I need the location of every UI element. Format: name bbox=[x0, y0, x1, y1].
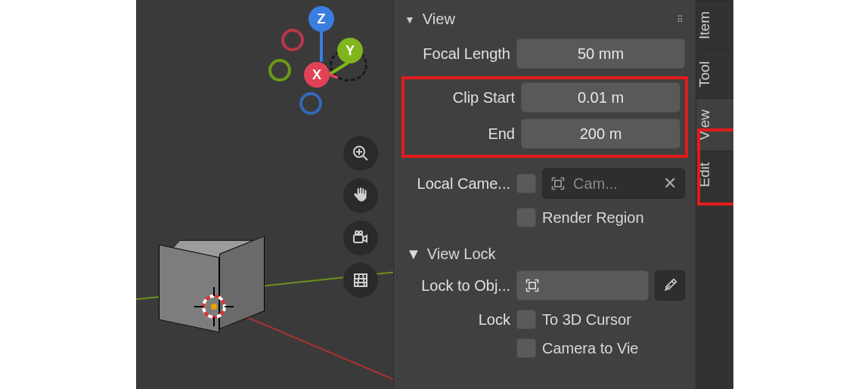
z-axis-button[interactable]: Z bbox=[308, 6, 334, 32]
focal-length-field[interactable]: 50 mm bbox=[516, 39, 685, 69]
neg-y-axis-icon[interactable] bbox=[268, 59, 291, 82]
zoom-button[interactable] bbox=[343, 136, 378, 171]
3d-cursor bbox=[193, 286, 235, 328]
lock-label: Lock bbox=[405, 311, 510, 329]
blender-window: Z Y X bbox=[136, 0, 733, 389]
object-icon bbox=[550, 176, 566, 191]
svg-rect-20 bbox=[529, 282, 535, 289]
x-axis-button[interactable]: X bbox=[304, 62, 330, 88]
clip-start-label: Clip Start bbox=[409, 89, 515, 107]
svg-point-12 bbox=[355, 231, 358, 234]
svg-line-18 bbox=[363, 274, 364, 286]
tab-edit[interactable]: Edit bbox=[696, 151, 733, 198]
eyedropper-icon bbox=[662, 278, 677, 293]
focal-length-label: Focal Length bbox=[405, 45, 510, 63]
n-panel: ▼ View ⠿ Focal Length 50 mm Clip Start 0… bbox=[393, 0, 696, 389]
clip-end-field[interactable]: 200 m bbox=[521, 119, 680, 149]
tab-tool[interactable]: Tool bbox=[696, 50, 733, 98]
local-camera-object-field[interactable]: Cam... ✕ bbox=[542, 168, 685, 199]
3d-viewport[interactable]: Z Y X bbox=[136, 0, 393, 389]
view-lock-subheader[interactable]: ▼ View Lock bbox=[401, 236, 688, 270]
clip-start-field[interactable]: 0.01 m bbox=[521, 82, 680, 113]
clear-icon[interactable]: ✕ bbox=[663, 174, 677, 193]
svg-line-17 bbox=[358, 274, 359, 286]
clip-highlight: Clip Start 0.01 m End 200 m bbox=[401, 76, 688, 158]
local-camera-label: Local Came... bbox=[405, 175, 510, 193]
camera-to-view-checkbox[interactable] bbox=[516, 338, 536, 358]
lock-to-object-label: Lock to Obj... bbox=[405, 277, 510, 295]
collapse-chevron-icon: ▼ bbox=[405, 14, 415, 26]
svg-point-2 bbox=[211, 304, 217, 310]
tab-view[interactable]: View bbox=[696, 98, 733, 151]
camera-view-button[interactable] bbox=[343, 221, 378, 255]
neg-x-axis-icon[interactable] bbox=[281, 29, 304, 51]
pan-button[interactable] bbox=[343, 178, 378, 213]
svg-point-13 bbox=[359, 231, 362, 234]
object-icon bbox=[525, 278, 540, 293]
navigation-gizmo[interactable]: Z Y X bbox=[265, 6, 378, 119]
tab-item[interactable]: Item bbox=[696, 0, 733, 50]
eyedropper-button[interactable] bbox=[655, 270, 685, 301]
svg-line-8 bbox=[363, 156, 367, 160]
neg-z-axis-icon[interactable] bbox=[299, 92, 322, 115]
clip-end-label: End bbox=[409, 125, 515, 143]
render-region-label: Render Region bbox=[542, 209, 644, 227]
render-region-checkbox[interactable] bbox=[516, 208, 536, 227]
camera-to-view-label: Camera to Vie bbox=[542, 340, 638, 357]
lock-to-cursor-checkbox[interactable] bbox=[516, 310, 536, 329]
collapse-chevron-icon: ▼ bbox=[406, 245, 421, 263]
svg-rect-19 bbox=[555, 181, 561, 187]
panel-title: View bbox=[423, 11, 455, 28]
lock-to-object-field[interactable] bbox=[516, 270, 649, 301]
lock-to-cursor-label: To 3D Cursor bbox=[542, 311, 631, 329]
view-panel-header[interactable]: ▼ View ⠿ bbox=[401, 6, 688, 39]
view-lock-title: View Lock bbox=[427, 245, 496, 263]
y-axis-button[interactable]: Y bbox=[337, 38, 363, 63]
viewport-tool-column bbox=[343, 136, 378, 298]
perspective-toggle-button[interactable] bbox=[343, 263, 378, 298]
local-camera-object-name: Cam... bbox=[573, 175, 618, 193]
svg-rect-11 bbox=[354, 235, 363, 242]
panel-tabs: Item Tool View Edit bbox=[696, 0, 733, 389]
local-camera-checkbox[interactable] bbox=[516, 174, 536, 193]
drag-handle-icon[interactable]: ⠿ bbox=[677, 14, 685, 25]
